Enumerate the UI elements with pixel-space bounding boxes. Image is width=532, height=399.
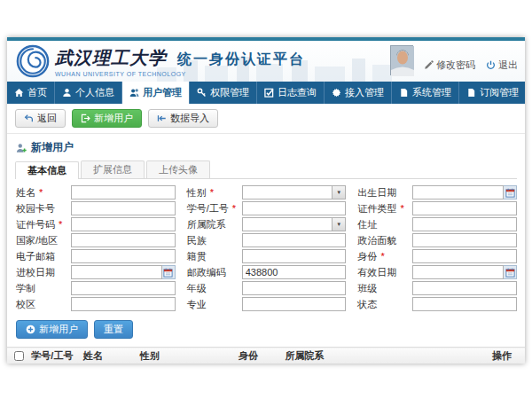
- field-label: 电子邮箱: [16, 250, 71, 263]
- calendar-icon[interactable]: [504, 185, 517, 200]
- university-logo-icon: [16, 44, 50, 78]
- section-header: 新增用户: [7, 134, 525, 158]
- nav-item-home[interactable]: 首页: [7, 82, 55, 104]
- id-number-input[interactable]: [71, 217, 176, 231]
- form-field-id-number: 证件号码 *: [16, 217, 176, 231]
- field-label: 邮政编码: [187, 266, 242, 279]
- study-length-input[interactable]: [71, 281, 176, 295]
- valid-date-input[interactable]: [412, 265, 504, 279]
- data-import-button[interactable]: 数据导入: [148, 109, 218, 128]
- id-type-input[interactable]: [412, 201, 517, 215]
- form-field-grade: 年级: [187, 281, 347, 295]
- form-field-student-id: 学号/工号 *: [187, 201, 347, 215]
- form-field-gender: 性别 *▼: [187, 185, 347, 200]
- table-header-row: 学号/工号姓名性别身份所属院系操作: [7, 348, 525, 364]
- birth-date-input[interactable]: [412, 185, 504, 200]
- app-window: 武汉理工大学 统一身份认证平台 WUHAN UNIVERSITY OF TECH…: [7, 37, 525, 364]
- content-area: 返回 新增用户 数据导入 新增用户 基本信息扩展信息上传头像 姓名 *性: [7, 104, 525, 364]
- reset-button[interactable]: 重置: [94, 320, 133, 339]
- logout-link[interactable]: 退出: [486, 59, 518, 72]
- nav-item-users[interactable]: 用户管理: [122, 82, 190, 104]
- table-header-cell: 学号/工号: [27, 348, 79, 364]
- field-label: 性别 *: [187, 186, 242, 200]
- tab-upload-avatar[interactable]: 上传头像: [146, 160, 210, 178]
- name-input[interactable]: [71, 185, 176, 200]
- political-status-input[interactable]: [412, 233, 517, 247]
- table-header-cell: 性别: [137, 348, 235, 364]
- country-region-input[interactable]: [71, 233, 176, 247]
- tab-extended-info[interactable]: 扩展信息: [81, 160, 145, 178]
- form-field-political-status: 政治面貌: [357, 233, 517, 247]
- identity-input[interactable]: [412, 249, 517, 263]
- pencil-icon: [424, 60, 434, 70]
- status-input[interactable]: [412, 297, 517, 311]
- dropdown-arrow-icon[interactable]: ▼: [332, 185, 346, 200]
- required-mark: *: [397, 203, 403, 214]
- calendar-icon[interactable]: [504, 265, 517, 279]
- major-input[interactable]: [242, 297, 347, 311]
- gender-input[interactable]: [242, 185, 333, 200]
- field-label: 所属院系: [187, 218, 242, 231]
- form-field-department: 所属院系▼: [187, 217, 347, 231]
- table-header-cell: 操作: [489, 348, 525, 364]
- required-mark: *: [378, 251, 384, 262]
- field-label: 有效日期: [357, 266, 412, 279]
- nav-item-logs[interactable]: 日志查询: [257, 82, 325, 104]
- address-input[interactable]: [412, 217, 517, 231]
- users-icon: [129, 88, 139, 98]
- grade-input[interactable]: [242, 281, 347, 295]
- enroll-date-input[interactable]: [71, 265, 162, 279]
- add-user-toolbar-button[interactable]: 新增用户: [72, 109, 142, 128]
- field-label: 姓名 *: [16, 186, 71, 200]
- nav-item-subscribe[interactable]: 订阅管理: [459, 82, 525, 104]
- field-label: 证件类型 *: [357, 202, 412, 215]
- header-user-area: 修改密码 退出: [390, 45, 518, 75]
- form-field-postal-code: 邮政编码: [187, 265, 347, 279]
- form-field-status: 状态: [357, 297, 517, 311]
- gear-icon: [332, 88, 341, 98]
- user-form: 姓名 *性别 *▼出生日期校园卡号学号/工号 *证件类型 *证件号码 *所属院系…: [7, 179, 525, 317]
- change-password-link[interactable]: 修改密码: [424, 59, 475, 72]
- required-mark: *: [207, 187, 214, 198]
- field-label: 学制: [16, 282, 71, 295]
- calendar-icon[interactable]: [162, 265, 176, 279]
- ethnicity-input[interactable]: [242, 233, 347, 247]
- campus-card-no-input[interactable]: [71, 201, 176, 215]
- form-field-campus-card-no: 校园卡号: [16, 201, 176, 215]
- nav-item-perms[interactable]: 权限管理: [190, 82, 257, 104]
- select-all-checkbox[interactable]: [14, 351, 24, 361]
- postal-code-input[interactable]: [242, 265, 347, 279]
- page-header: 武汉理工大学 统一身份认证平台 WUHAN UNIVERSITY OF TECH…: [7, 41, 525, 82]
- field-label: 专业: [187, 298, 242, 311]
- field-label: 班级: [357, 282, 412, 295]
- nav-item-system[interactable]: 系统管理: [392, 82, 459, 104]
- field-label: 民族: [187, 234, 242, 247]
- key-icon: [197, 88, 207, 98]
- student-id-input[interactable]: [242, 201, 347, 215]
- university-name: 武汉理工大学: [55, 46, 167, 70]
- form-field-address: 住址: [357, 217, 517, 231]
- dropdown-arrow-icon[interactable]: ▼: [332, 217, 346, 231]
- native-place-input[interactable]: [242, 249, 347, 263]
- field-label: 政治面貌: [357, 234, 412, 247]
- form-tabs: 基本信息扩展信息上传头像: [15, 160, 517, 179]
- nav-item-profile[interactable]: 个人信息: [55, 82, 122, 104]
- form-field-campus: 校区: [16, 297, 176, 311]
- user-icon: [62, 88, 72, 98]
- field-label: 身份 *: [357, 250, 412, 263]
- form-field-name: 姓名 *: [16, 185, 176, 200]
- department-input[interactable]: [242, 217, 333, 231]
- field-label: 籍贯: [187, 250, 242, 263]
- tab-basic-info[interactable]: 基本信息: [15, 161, 79, 179]
- form-field-id-type: 证件类型 *: [357, 201, 517, 215]
- add-user-submit-button[interactable]: 新增用户: [16, 320, 88, 339]
- email-input[interactable]: [71, 249, 176, 263]
- nav-item-access[interactable]: 接入管理: [325, 82, 392, 104]
- campus-input[interactable]: [71, 297, 176, 311]
- class-input[interactable]: [412, 281, 517, 295]
- form-field-email: 电子邮箱: [16, 249, 176, 263]
- back-button[interactable]: 返回: [15, 109, 66, 128]
- field-label: 出生日期: [357, 186, 412, 200]
- table-header-cell: 身份: [235, 348, 282, 364]
- users-table: 学号/工号姓名性别身份所属院系操作: [7, 347, 525, 364]
